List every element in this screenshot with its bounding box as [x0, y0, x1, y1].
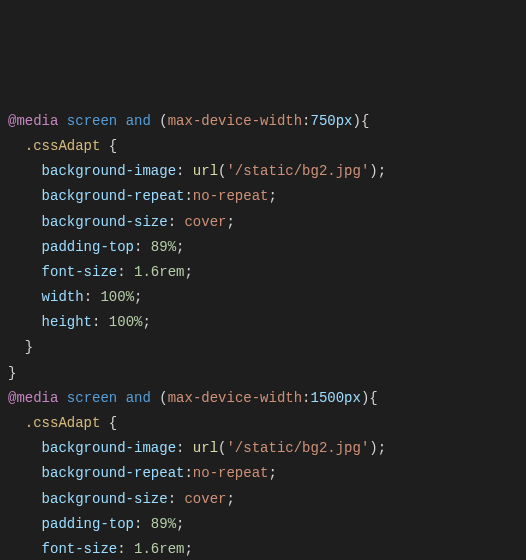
- css-number: 1.6: [134, 264, 159, 280]
- and-keyword: and: [126, 113, 151, 129]
- css-string: '/static/bg2.jpg': [226, 440, 369, 456]
- code-line: @media screen and (max-device-width:1500…: [8, 390, 378, 406]
- code-line: @media screen and (max-device-width:750p…: [8, 113, 369, 129]
- css-value: no-repeat: [193, 465, 269, 481]
- and-keyword: and: [126, 390, 151, 406]
- media-type: screen: [67, 113, 117, 129]
- media-feature: max-device-width: [168, 390, 302, 406]
- code-line: .cssAdapt {: [8, 138, 117, 154]
- css-property: padding-top: [42, 516, 134, 532]
- css-number: 1.6: [134, 541, 159, 557]
- code-line: background-image: url('/static/bg2.jpg')…: [8, 163, 386, 179]
- at-rule-keyword: @media: [8, 113, 58, 129]
- css-selector: .cssAdapt: [25, 138, 101, 154]
- css-unit: %: [168, 516, 176, 532]
- code-line: padding-top: 89%;: [8, 516, 184, 532]
- code-line: padding-top: 89%;: [8, 239, 184, 255]
- css-property: padding-top: [42, 239, 134, 255]
- css-property: font-size: [42, 541, 118, 557]
- code-line: }: [8, 339, 33, 355]
- css-property: background-repeat: [42, 188, 185, 204]
- code-line: background-size: cover;: [8, 491, 235, 507]
- css-value: cover: [184, 491, 226, 507]
- css-property: background-size: [42, 491, 168, 507]
- css-number: 89: [151, 239, 168, 255]
- paren-close: ): [353, 113, 361, 129]
- code-line: font-size: 1.6rem;: [8, 264, 193, 280]
- css-number: 89: [151, 516, 168, 532]
- css-number: 100: [109, 314, 134, 330]
- css-unit: rem: [159, 541, 184, 557]
- brace-open: {: [361, 113, 369, 129]
- code-line: height: 100%;: [8, 314, 151, 330]
- css-property: font-size: [42, 264, 118, 280]
- code-line: font-size: 1.6rem;: [8, 541, 193, 557]
- css-string: '/static/bg2.jpg': [226, 163, 369, 179]
- css-function: url: [193, 163, 218, 179]
- code-line: .cssAdapt {: [8, 415, 117, 431]
- code-line: background-image: url('/static/bg2.jpg')…: [8, 440, 386, 456]
- css-number: 100: [100, 289, 125, 305]
- paren-open: (: [159, 390, 167, 406]
- brace-open: {: [109, 415, 117, 431]
- code-editor[interactable]: @media screen and (max-device-width:750p…: [8, 109, 526, 560]
- at-rule-keyword: @media: [8, 390, 58, 406]
- code-line: background-repeat:no-repeat;: [8, 465, 277, 481]
- css-unit: %: [168, 239, 176, 255]
- css-value: no-repeat: [193, 188, 269, 204]
- media-feature-value: 1500px: [311, 390, 361, 406]
- brace-close: }: [25, 339, 33, 355]
- brace-open: {: [109, 138, 117, 154]
- css-value: cover: [184, 214, 226, 230]
- css-selector: .cssAdapt: [25, 415, 101, 431]
- media-type: screen: [67, 390, 117, 406]
- css-property: background-repeat: [42, 465, 185, 481]
- css-property: background-image: [42, 163, 176, 179]
- css-function: url: [193, 440, 218, 456]
- css-property: background-image: [42, 440, 176, 456]
- css-property: background-size: [42, 214, 168, 230]
- css-property: height: [42, 314, 92, 330]
- brace-open: {: [369, 390, 377, 406]
- code-line: }: [8, 365, 16, 381]
- media-feature-value: 750px: [311, 113, 353, 129]
- paren-open: (: [159, 113, 167, 129]
- code-line: background-repeat:no-repeat;: [8, 188, 277, 204]
- code-line: background-size: cover;: [8, 214, 235, 230]
- css-unit: rem: [159, 264, 184, 280]
- media-feature: max-device-width: [168, 113, 302, 129]
- css-property: width: [42, 289, 84, 305]
- css-unit: %: [126, 289, 134, 305]
- code-line: width: 100%;: [8, 289, 142, 305]
- brace-close: }: [8, 365, 16, 381]
